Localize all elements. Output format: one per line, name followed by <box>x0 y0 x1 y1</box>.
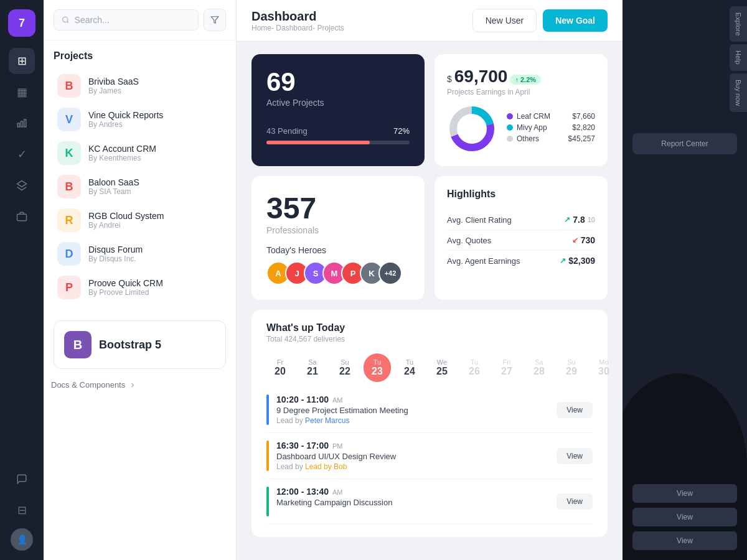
sidebar-icon-grid[interactable]: ⊞ <box>9 48 35 74</box>
project-item[interactable]: K KC Account CRM By Keenthemes <box>54 136 226 170</box>
sidebar-user-avatar[interactable]: 👤 <box>11 528 33 551</box>
highlights-title: Highlights <box>447 189 595 200</box>
sidebar-icon-check[interactable]: ✓ <box>9 141 35 167</box>
project-item[interactable]: R RGB Cloud System By Andrei <box>54 203 226 237</box>
project-info: Disqus Forum By Disqus Inc. <box>88 245 143 263</box>
ev-mivy: $2,820 <box>568 123 595 132</box>
earnings-amount: $ 69,700 ↑ 2.2% <box>447 67 595 86</box>
event-time-2: 16:30 - 17:00 PM <box>276 441 396 450</box>
professionals-card: 357 Professionals Today's Heroes A J S M… <box>251 176 425 300</box>
sidebar-icon-chat[interactable] <box>9 466 35 492</box>
sidebar-icon-briefcase[interactable] <box>9 203 35 230</box>
cal-day-23[interactable]: Tu 23 <box>364 353 391 382</box>
filter-button[interactable] <box>204 9 226 31</box>
event-time-1: 10:20 - 11:00 AM <box>276 394 408 404</box>
event-person-2[interactable]: Lead by Bob <box>305 462 347 471</box>
donut-chart <box>447 104 497 154</box>
header-left: Dashboard Home- Dashboard- Projects <box>251 9 344 32</box>
cal-day-24[interactable]: Tu 24 <box>396 353 423 382</box>
project-item[interactable]: D Disqus Forum By Disqus Inc. <box>54 237 226 271</box>
project-by: By Andres <box>88 120 163 129</box>
search-input[interactable] <box>75 15 190 25</box>
project-name: Vine Quick Reports <box>88 110 163 120</box>
event-item-3: 12:00 - 13:40 AM Marketing Campaign Disc… <box>266 479 593 525</box>
active-projects-bottom: 43 Pending 72% <box>266 126 410 144</box>
event-view-btn-2[interactable]: View <box>557 448 593 464</box>
new-user-button[interactable]: New User <box>472 9 537 32</box>
cal-day-27[interactable]: Fri 27 <box>493 353 520 382</box>
bootstrap-title: Bootstrap 5 <box>99 338 161 352</box>
project-by: By James <box>88 86 139 95</box>
cal-day-29[interactable]: Su 29 <box>558 353 585 382</box>
search-input-wrap[interactable] <box>54 9 199 30</box>
event-title-1: 9 Degree Project Estimation Meeting <box>276 406 408 415</box>
event-person-1[interactable]: Peter Marcus <box>305 416 349 425</box>
sidebar-icon-layers[interactable] <box>9 172 35 198</box>
dollar-sign: $ <box>447 74 452 84</box>
buy-now-tab[interactable]: Buy now <box>730 73 747 112</box>
left-panel: Projects B Briviba SaaS By James V Vine … <box>44 0 237 560</box>
explore-tab[interactable]: Explore <box>730 6 747 42</box>
project-info: Baloon SaaS By SIA Team <box>88 177 139 196</box>
event-lead-1: Lead by Peter Marcus <box>276 416 408 425</box>
cal-day-30[interactable]: Mo 30 <box>590 353 618 382</box>
whatsup-card: What's up Today Total 424,567 deliveries… <box>251 310 608 537</box>
project-logo: B <box>57 175 81 198</box>
docs-link[interactable]: Docs & Components <box>44 375 236 394</box>
project-item[interactable]: P Proove Quick CRM By Proove Limited <box>54 271 226 304</box>
professionals-count: 357 <box>266 191 410 225</box>
bootstrap-logo: B <box>64 331 92 358</box>
project-item[interactable]: B Briviba SaaS By James <box>54 69 226 103</box>
cal-day-25[interactable]: We 25 <box>428 353 456 382</box>
event-view-btn-3[interactable]: View <box>557 493 593 510</box>
event-item-1: 10:20 - 11:00 AM 9 Degree Project Estima… <box>266 387 593 433</box>
active-projects-label: Active Projects <box>266 98 410 108</box>
project-logo: K <box>57 141 81 165</box>
header: Dashboard Home- Dashboard- Projects New … <box>237 0 622 42</box>
project-item[interactable]: B Baloon SaaS By SIA Team <box>54 170 226 203</box>
right-view-btn-3[interactable]: View <box>632 531 737 550</box>
right-panel: Explore Help Buy now Report Center View … <box>622 0 747 560</box>
event-lead-2: Lead by Lead by Bob <box>276 462 396 471</box>
right-view-btn-1[interactable]: View <box>632 484 737 503</box>
project-info: RGB Cloud System By Andrei <box>88 211 164 230</box>
progress-bar-fill <box>266 141 370 144</box>
arrow-up-icon: ↗ <box>564 215 570 224</box>
svg-point-5 <box>63 17 68 22</box>
cal-day-20[interactable]: Fr 20 <box>266 353 294 382</box>
heroes-more: +42 <box>378 261 402 285</box>
legend-item-mivy: Mivy App <box>507 123 550 132</box>
sidebar-icon-layout[interactable]: ▦ <box>9 79 35 105</box>
sidebar-icon-chart[interactable] <box>9 110 35 136</box>
svg-rect-1 <box>21 121 23 127</box>
legend-dot-mivy <box>507 124 513 131</box>
sidebar-icon-grid2[interactable]: ⊟ <box>9 497 35 523</box>
whatsup-title: What's up Today <box>266 322 593 334</box>
event-time-3: 12:00 - 13:40 AM <box>276 487 392 497</box>
cal-day-28[interactable]: Sa 28 <box>525 353 553 382</box>
ev-others: $45,257 <box>568 134 595 143</box>
event-view-btn-1[interactable]: View <box>557 402 593 418</box>
event-item-2: 16:30 - 17:00 PM Dashboard UI/UX Design … <box>266 433 593 479</box>
report-center-button[interactable]: Report Center <box>632 133 737 154</box>
project-logo: R <box>57 208 81 232</box>
cal-day-26[interactable]: Tu 26 <box>461 353 488 382</box>
cal-day-21[interactable]: Sa 21 <box>299 353 326 382</box>
bootstrap-banner[interactable]: B Bootstrap 5 <box>54 320 226 369</box>
project-item[interactable]: V Vine Quick Reports By Andres <box>54 103 226 136</box>
right-view-btn-2[interactable]: View <box>632 508 737 526</box>
search-icon <box>62 16 70 24</box>
progress-bar-wrap <box>266 141 410 144</box>
new-goal-button[interactable]: New Goal <box>543 9 608 32</box>
legend-label-mivy: Mivy App <box>517 123 547 132</box>
highlight-row-quotes: Avg. Quotes ↙ 730 <box>447 230 595 251</box>
project-by: By Andrei <box>88 221 164 230</box>
highlight-label-quotes: Avg. Quotes <box>447 236 491 245</box>
event-title-3: Marketing Campaign Discussion <box>276 498 392 507</box>
highlight-row-rating: Avg. Client Rating ↗ 7.8 10 <box>447 210 595 230</box>
earnings-badge: ↑ 2.2% <box>510 75 541 85</box>
highlight-row-earnings: Avg. Agent Earnings ↗ $2,309 <box>447 251 595 271</box>
help-tab[interactable]: Help <box>730 44 747 71</box>
cal-day-22[interactable]: Su 22 <box>331 353 359 382</box>
heroes-section: Today's Heroes A J S M P K +42 <box>266 245 410 285</box>
